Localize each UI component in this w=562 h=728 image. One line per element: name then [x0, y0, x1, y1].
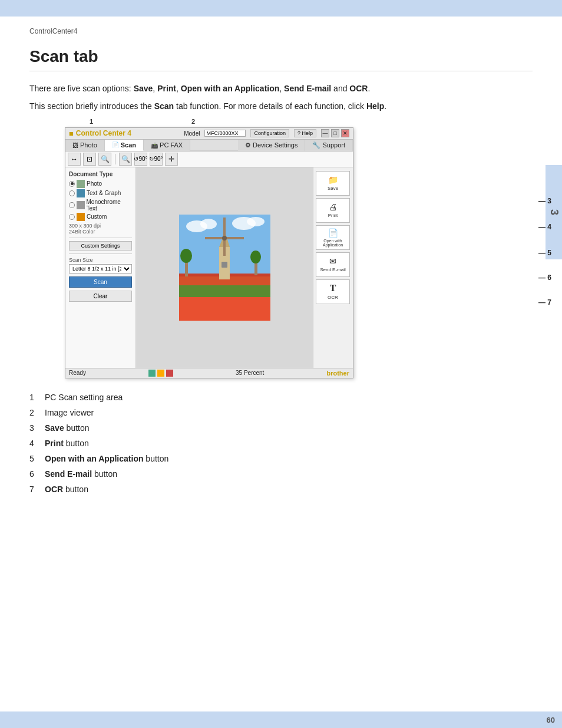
print-btn-label: Print [328, 213, 338, 218]
intro-end: . [368, 84, 370, 93]
config-button[interactable]: Configuration [250, 129, 289, 137]
breadcrumb: ControlCenter4 [29, 27, 533, 35]
save-side-btn[interactable]: 📁 Save [316, 171, 350, 196]
screenshot-section: 1 2 ■ Control Center 4 Model Configurati… [29, 127, 533, 378]
ocr-side-btn[interactable]: T OCR [316, 279, 350, 304]
open-with-app-side-btn[interactable]: 📄 Open withApplication [316, 225, 350, 250]
scan-action-btn[interactable]: Scan [69, 276, 132, 288]
zoom-text: 35 Percent [236, 370, 264, 376]
clear-action-btn[interactable]: Clear [69, 291, 132, 302]
intro-bold-print: Print [157, 84, 176, 93]
tab-pcfax-label: PC FAX [160, 141, 183, 149]
list-num-2: 2 [29, 408, 40, 417]
intro-paragraph-2: This section briefly introduces the Scan… [29, 100, 533, 113]
chapter-number: 3 [548, 209, 560, 215]
radio-textgraph-dot [69, 190, 75, 196]
ocr-btn-label: OCR [328, 295, 338, 300]
list-item-5: 5 Open with an Application button [29, 454, 533, 463]
tab-photo-label: Photo [80, 141, 97, 149]
app-toolbar: ↔ ⊡ 🔍 🔍 ↺90° ↻90° ✛ [65, 151, 353, 167]
radio-custom[interactable]: Custom [69, 213, 132, 221]
list-num-4: 4 [29, 439, 40, 448]
bottom-bar: 60 [0, 711, 562, 728]
mono-icon [77, 201, 85, 209]
send-email-btn-label: Send E-mail [320, 267, 346, 272]
send-email-icon: ✉ [329, 256, 336, 266]
app-body: Document Type Photo Text & Graph [65, 167, 353, 368]
tab-photo[interactable]: 🖼 Photo [65, 140, 105, 151]
scan-size-select[interactable]: Letter 8 1/2 x 11 in [215.9 x ...] [69, 264, 132, 274]
app-title-bar: ■ Control Center 4 Model Configuration ?… [65, 128, 353, 140]
toolbar-zoom-in-btn[interactable]: 🔍 [98, 153, 111, 166]
tab-support[interactable]: 🔧 Support [305, 140, 353, 151]
pcfax-tab-icon: 📠 [151, 142, 158, 149]
model-select[interactable] [204, 130, 246, 137]
toolbar-fit-btn[interactable]: ↔ [68, 153, 81, 166]
toolbar-zoom-fit-btn[interactable]: ⊡ [83, 153, 96, 166]
intro2-scan: Scan [154, 101, 174, 111]
intro-bold-open: Open with an Application [181, 84, 279, 93]
toolbar-crosshair-btn[interactable]: ✛ [165, 153, 178, 166]
page-number: 60 [547, 716, 555, 724]
model-label: Model [184, 130, 200, 137]
toolbar-rotate-cw-btn[interactable]: ↻90° [150, 153, 163, 166]
list-num-1: 1 [29, 393, 40, 402]
list-item-4: 4 Print button [29, 439, 533, 448]
radio-photo[interactable]: Photo [69, 180, 132, 188]
svg-rect-11 [222, 262, 227, 268]
windmill-image [179, 215, 270, 321]
minimize-button[interactable]: — [321, 129, 329, 137]
intro-comma-2: , [176, 84, 181, 93]
intro-text-1: There are five scan options: [29, 84, 134, 93]
radio-photo-label: Photo [87, 180, 102, 187]
list-num-6: 6 [29, 469, 40, 479]
top-bar [0, 0, 562, 17]
list-text-3: Save button [45, 423, 90, 433]
close-button[interactable]: ✕ [341, 129, 349, 137]
tab-scan-label: Scan [121, 141, 136, 149]
radio-custom-label: Custom [87, 213, 107, 220]
open-with-app-btn-label: Open withApplication [323, 239, 343, 247]
doc-type-title: Document Type [69, 171, 132, 177]
print-icon: 🖨 [329, 202, 337, 212]
tab-pcfax[interactable]: 📠 PC FAX [144, 140, 190, 151]
list-text-4: Print button [45, 439, 89, 448]
custom-icon [77, 213, 85, 221]
custom-settings-btn[interactable]: Custom Settings [69, 241, 132, 251]
right-panel: 📁 Save 🖨 Print 📄 Open withApplication [313, 167, 353, 368]
tab-scan[interactable]: 📄 Scan [105, 140, 144, 151]
tab-device-settings[interactable]: ⚙ Device Settings [238, 140, 305, 151]
toolbar-zoom-out-btn[interactable]: 🔍 [119, 153, 132, 166]
radio-mono-text[interactable]: Monochrome Text [69, 199, 132, 212]
image-viewer [136, 167, 313, 368]
radio-photo-dot [69, 181, 75, 187]
list-text-2: Image viewer [45, 408, 94, 417]
device-settings-label: ⚙ Device Settings [245, 141, 297, 149]
send-email-side-btn[interactable]: ✉ Send E-mail [316, 252, 350, 277]
list-item-6: 6 Send E-mail button [29, 469, 533, 479]
resolution-text: 300 x 300 dpi [69, 223, 132, 229]
app-title: Control Center 4 [76, 129, 131, 137]
restore-button[interactable]: □ [331, 129, 339, 137]
chapter-tab: 3 [546, 165, 562, 259]
window-controls: — □ ✕ [321, 129, 349, 137]
ocr-icon: T [330, 283, 336, 294]
callout-5-num: — 5 [538, 249, 551, 257]
brother-logo: brother [326, 370, 349, 377]
list-num-3: 3 [29, 423, 40, 433]
intro-mid-4: and [331, 84, 349, 93]
callout-1: 1 [90, 118, 93, 125]
page-title: Scan tab [29, 47, 533, 71]
radio-text-graph[interactable]: Text & Graph [69, 189, 132, 197]
center-area [136, 167, 313, 368]
intro2-start: This section briefly introduces the [29, 101, 154, 111]
status-icon-2 [157, 370, 164, 377]
toolbar-rotate-ccw-btn[interactable]: ↺90° [134, 153, 147, 166]
app-statusbar: Ready 35 Percent brother [65, 368, 353, 378]
status-icons [148, 370, 173, 377]
list-num-5: 5 [29, 454, 40, 463]
help-button[interactable]: ? Help [294, 129, 316, 137]
list-item-3: 3 Save button [29, 423, 533, 433]
print-side-btn[interactable]: 🖨 Print [316, 198, 350, 223]
bitdepth-text: 24Bit Color [69, 229, 132, 235]
